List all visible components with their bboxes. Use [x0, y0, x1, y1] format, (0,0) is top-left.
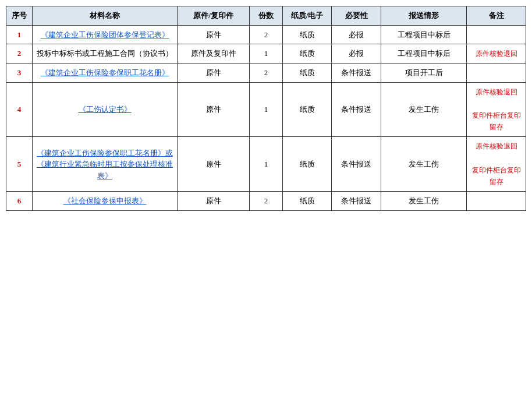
table-row: 1《建筑企业工伤保险团体参保登记表》原件2纸质必报工程项目中标后: [6, 25, 526, 44]
cell-count: 1: [250, 137, 283, 192]
cell-note: [467, 64, 526, 83]
material-name-link[interactable]: 《社会保险参保申报表》: [63, 196, 147, 205]
table-row: 6《社会保险参保申报表》原件2纸质条件报送发生工伤: [6, 192, 526, 211]
cell-copy-type: 原件: [177, 25, 249, 44]
col-header-count: 份数: [250, 6, 283, 26]
row-number: 5: [17, 160, 22, 168]
cell-medium: 纸质: [282, 44, 332, 64]
cell-condition: 发生工伤: [381, 192, 467, 211]
col-header-necessity: 必要性: [332, 6, 381, 26]
material-name-link[interactable]: 《建筑企业工伤保险参保职工花名册》: [41, 68, 169, 77]
note-text: 原件核验退回: [476, 50, 517, 58]
cell-count: 1: [250, 82, 283, 137]
cell-note: [467, 192, 526, 211]
material-name: 投标中标标书或工程施工合同（协议书）: [37, 49, 173, 58]
note-text: 原件核验退回复印件柜台复印留存: [472, 142, 521, 186]
col-header-condition: 报送情形: [381, 6, 467, 26]
cell-medium: 纸质: [282, 82, 332, 137]
table-row: 3《建筑企业工伤保险参保职工花名册》原件2纸质条件报送项目开工后: [6, 64, 526, 83]
cell-medium: 纸质: [282, 64, 332, 83]
row-number: 3: [17, 68, 22, 77]
col-header-num: 序号: [6, 6, 33, 26]
cell-count: 2: [250, 25, 283, 44]
row-number: 6: [17, 196, 22, 205]
cell-note: [467, 25, 526, 44]
cell-condition: 发生工伤: [381, 137, 467, 192]
cell-condition: 工程项目中标后: [381, 44, 467, 64]
cell-num: 4: [6, 82, 33, 137]
row-number: 2: [17, 49, 22, 58]
col-header-copy: 原件/复印件: [177, 6, 249, 26]
cell-name: 《建筑企业工伤保险团体参保登记表》: [33, 25, 178, 44]
material-name-link[interactable]: 《工伤认定书》: [79, 105, 132, 114]
note-text: 原件核验退回复印件柜台复印留存: [472, 88, 521, 132]
cell-name: 《社会保险参保申报表》: [33, 192, 178, 211]
cell-note: 原件核验退回复印件柜台复印留存: [467, 82, 526, 137]
material-name-link[interactable]: 《建筑企业工伤保险团体参保登记表》: [41, 30, 169, 39]
cell-name: 《建筑企业工伤保险参保职工花名册》: [33, 64, 178, 83]
main-table-wrapper: 序号 材料名称 原件/复印件 份数 纸质/电子 必要性 报送情形 备注 1《建筑…: [6, 6, 526, 211]
cell-condition: 项目开工后: [381, 64, 467, 83]
cell-condition: 发生工伤: [381, 82, 467, 137]
cell-necessity: 条件报送: [332, 82, 381, 137]
cell-note: 原件核验退回: [467, 44, 526, 64]
table-row: 5《建筑企业工伤保险参保职工花名册》或《建筑行业紧急临时用工按参保处理核准表》原…: [6, 137, 526, 192]
header-row: 序号 材料名称 原件/复印件 份数 纸质/电子 必要性 报送情形 备注: [6, 6, 526, 26]
material-name-link[interactable]: 《建筑企业工伤保险参保职工花名册》或《建筑行业紧急临时用工按参保处理核准表》: [37, 149, 173, 180]
cell-count: 1: [250, 44, 283, 64]
cell-name: 《工伤认定书》: [33, 82, 178, 137]
cell-name: 投标中标标书或工程施工合同（协议书）: [33, 44, 178, 64]
cell-num: 1: [6, 25, 33, 44]
cell-necessity: 条件报送: [332, 64, 381, 83]
col-header-note: 备注: [467, 6, 526, 26]
cell-medium: 纸质: [282, 25, 332, 44]
cell-medium: 纸质: [282, 192, 332, 211]
cell-copy-type: 原件: [177, 137, 249, 192]
table-row: 4《工伤认定书》原件1纸质条件报送发生工伤原件核验退回复印件柜台复印留存: [6, 82, 526, 137]
col-header-medium: 纸质/电子: [282, 6, 332, 26]
cell-necessity: 必报: [332, 44, 381, 64]
cell-count: 2: [250, 192, 283, 211]
materials-table: 序号 材料名称 原件/复印件 份数 纸质/电子 必要性 报送情形 备注 1《建筑…: [6, 6, 526, 211]
row-number: 4: [17, 105, 22, 114]
cell-note: 原件核验退回复印件柜台复印留存: [467, 137, 526, 192]
cell-count: 2: [250, 64, 283, 83]
cell-condition: 工程项目中标后: [381, 25, 467, 44]
col-header-name: 材料名称: [33, 6, 178, 26]
cell-necessity: 必报: [332, 25, 381, 44]
cell-num: 5: [6, 137, 33, 192]
cell-medium: 纸质: [282, 137, 332, 192]
cell-copy-type: 原件: [177, 82, 249, 137]
cell-num: 2: [6, 44, 33, 64]
cell-name: 《建筑企业工伤保险参保职工花名册》或《建筑行业紧急临时用工按参保处理核准表》: [33, 137, 178, 192]
cell-num: 6: [6, 192, 33, 211]
cell-copy-type: 原件: [177, 64, 249, 83]
cell-necessity: 条件报送: [332, 137, 381, 192]
table-row: 2投标中标标书或工程施工合同（协议书）原件及复印件1纸质必报工程项目中标后原件核…: [6, 44, 526, 64]
cell-copy-type: 原件: [177, 192, 249, 211]
row-number: 1: [17, 30, 22, 39]
cell-num: 3: [6, 64, 33, 83]
cell-copy-type: 原件及复印件: [177, 44, 249, 64]
cell-necessity: 条件报送: [332, 192, 381, 211]
